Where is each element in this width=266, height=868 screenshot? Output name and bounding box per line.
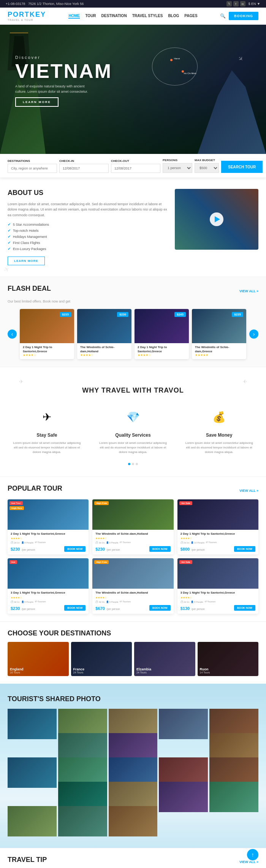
photo-17[interactable] [209,782,258,812]
check-icon-3: ✔ [8,234,11,239]
dest-card-england[interactable]: England 16 Tours [8,642,69,676]
dest-overlay-3: Elzambia 24 Tours [134,642,195,676]
dest-name-1: England [10,667,66,671]
hero-description: A land of exquisite natural beauty with … [15,84,91,94]
tour-price-3: $800 /per person [180,545,205,552]
search-icon[interactable]: 🔍 [220,13,226,19]
tour-price-6: $130 /per person [180,605,205,611]
tour-stars-1: ★★★★☆ [11,537,86,540]
nav-pages[interactable]: PAGES [184,14,197,19]
tour-info-3: 2 Day 1 Night Trip to Santorini,Greece ★… [177,530,258,554]
tour-people-6: 👤 8 People [191,600,203,603]
deals-next-button[interactable]: › [249,329,258,339]
checkin-input[interactable] [59,164,109,173]
dest-count-4: 14 Tours [200,671,256,674]
deal-title-4: The Windmills of Schie-dam,Greece [195,345,243,353]
tour-price-5: $670 /per person [95,605,120,611]
dest-card-ruon[interactable]: Ruon 14 Tours [198,642,259,676]
play-button[interactable] [210,212,223,226]
tour-title-2: The Windmills of Schie-dam,Holland [95,532,170,536]
tour-duration-3: 🕐 2d 1n [180,541,190,544]
nav-travel-styles[interactable]: TRAVEL STYLES [132,14,163,19]
hero-learn-more-button[interactable]: LEARN MORE [15,97,59,107]
about-image [175,189,258,250]
about-learn-more-button[interactable]: LEARN MORE [8,257,45,265]
popular-view-all[interactable]: VIEW ALL » [239,489,258,493]
deal-title-1: 2 Day 1 Night Trip to Santorini,Greece [23,345,71,353]
tour-type-3: 🏷 Tourism [206,541,217,544]
flash-view-all[interactable]: VIEW ALL » [239,289,258,293]
nav-destination[interactable]: DESTINATION [101,14,127,19]
search-section: Destinations Check-in Check-out Persons … [0,154,266,177]
popular-header: POPULAR TOUR VIEW ALL » [8,485,258,497]
tour-stars-6: ★★★★☆ [180,596,255,599]
social-icons: 𝕏 f in [226,1,245,6]
tour-people-1: 👤 8 People [21,541,33,544]
budget-select[interactable]: $500 $1000 $2000 [195,163,219,173]
booking-button[interactable]: BOOKING [229,12,258,20]
flash-header: FLASH DEAL VIEW ALL » [8,285,258,297]
photo-4[interactable] [159,709,208,739]
scroll-top-button[interactable]: ↑ [247,849,258,860]
logo-text: PORTKEY [8,11,46,19]
deals-prev-button[interactable]: ‹ [8,329,17,339]
tour-info-1: 2 Day 1 Night Trip to Santorini,Greece ★… [8,530,89,554]
tour-meta-5: 🕐 4d 3n 👤 6 People 🏷 Tourism [95,600,170,603]
deal-price-3: $245 [174,312,186,317]
tour-duration-5: 🕐 4d 3n [95,600,104,603]
facebook-icon[interactable]: f [233,1,239,6]
dest-count-1: 16 Tours [10,671,66,674]
photo-18[interactable] [8,806,57,836]
dot-2[interactable] [132,463,134,465]
book-button-5[interactable]: BOOK NOW [149,605,171,611]
twitter-icon[interactable]: 𝕏 [226,1,232,6]
tour-type-4: 🏷 Tourism [35,600,46,603]
travel-tip-section: TRAVEL TIP VIEW ALL » ASTRIULUM IPSUM A … [0,848,266,868]
tour-meta-4: 🕐 3d 1n 👤 8 People 🏷 Tourism [11,600,86,603]
dot-3[interactable] [136,463,138,465]
dest-card-elzambia[interactable]: Elzambia 24 Tours [134,642,195,676]
currency-selector[interactable]: $ EN ▼ [249,2,260,6]
book-button-1[interactable]: BOOK NOW [64,546,86,552]
hero-map: Hanoi Ho Chi Minh [152,48,198,86]
tour-footer-3: $800 /per person BOOK NOW [180,545,255,552]
tour-badge-6: Hot Sale [179,560,192,564]
destinations-input[interactable] [8,164,57,173]
book-button-6[interactable]: BOOK NOW [234,605,255,611]
photo-1[interactable] [8,709,57,739]
deal-card-2: $230 The Windmills of Schie-dam,Holland … [77,309,131,359]
about-title: ABOUT US [8,189,167,197]
tour-card-1: Hot Tour High Rate 2 Day 1 Night Trip to… [8,499,89,554]
stay-safe-icon: ✈ [35,406,58,429]
logo[interactable]: PORTKEY TRAVEL & TOUR [8,11,46,21]
dot-1[interactable] [128,463,130,465]
book-button-3[interactable]: BOOK NOW [234,546,255,552]
search-button[interactable]: SEARCH TOUR [221,161,263,173]
photo-9[interactable] [8,757,57,788]
persons-select[interactable]: 1 person 2 persons 3 persons [163,163,192,173]
photo-20[interactable] [109,806,158,836]
photos-content: TOURIST'S SHARED PHOTO [0,695,266,836]
nav-blog[interactable]: BLOG [168,14,179,19]
photo-19[interactable] [58,806,107,836]
nav-tour[interactable]: TOUR [85,14,96,19]
checkout-input[interactable] [111,164,160,173]
tour-meta-6: 🕐 2d 1n 👤 8 People 🏷 Tourism [180,600,255,603]
address-text: 7526 1/2 Thorton, Miso-Nice York 56 [28,2,84,6]
tour-badge-2: High Rate [94,501,109,505]
instagram-icon[interactable]: in [240,1,245,6]
photo-16[interactable] [159,782,208,812]
tour-badge-5: High Rate [94,560,109,564]
why-title: WHY TRAVEL WITH TRAVOL [8,386,258,394]
book-button-4[interactable]: BOOK NOW [64,605,86,611]
tip-view-all[interactable]: VIEW ALL » [239,860,258,864]
dest-card-france[interactable]: France 24 Tours [71,642,132,676]
checkin-label: Check-in [59,159,109,163]
tour-info-6: 3 Day 1 Night Trip to Santorini,Greece ★… [177,589,258,613]
tour-meta-2: 🕐 3d 2n 👤 6 People 🏷 Tourism [95,541,170,544]
nav-home[interactable]: HOME [68,14,80,19]
tour-info-4: 3 Day 1 Night Trip to Santorini,Greece ★… [8,589,89,613]
tour-badge-3: Hot Sale [179,501,192,505]
tour-duration-4: 🕐 3d 1n [11,600,20,603]
book-button-2[interactable]: BOOK NOW [149,546,171,552]
